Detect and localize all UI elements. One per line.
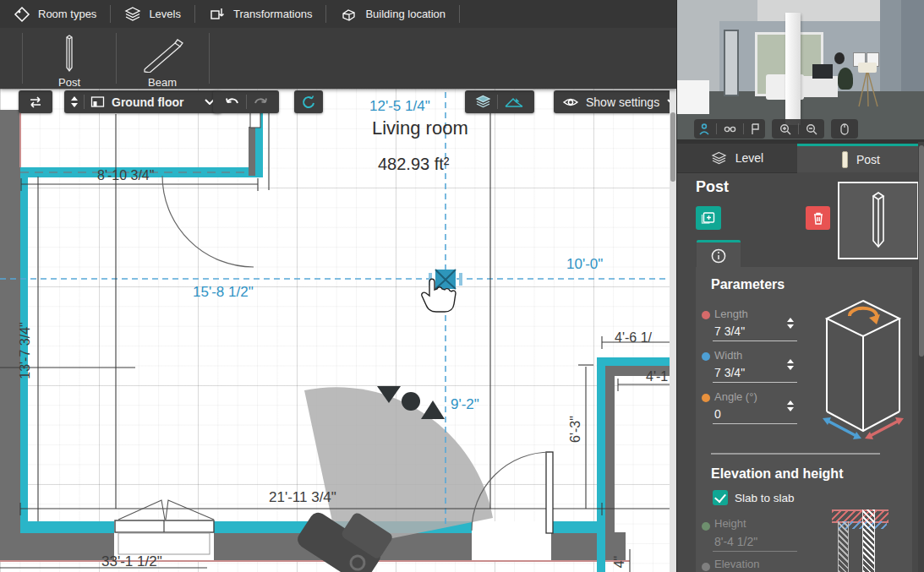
zoom-in-icon[interactable] <box>779 123 791 135</box>
post-3d <box>785 13 801 125</box>
tab-building-location[interactable]: Building location <box>326 0 459 28</box>
tool-label: Beam <box>148 76 177 89</box>
show-settings-button[interactable]: Show settings <box>554 90 676 113</box>
dim-label-top: 12'-5 1/4" <box>369 98 430 115</box>
desk <box>802 76 838 97</box>
3d-nav-group <box>694 119 765 139</box>
length-dot <box>702 311 710 319</box>
panel-tab-level[interactable]: Level <box>677 144 797 173</box>
plant <box>838 68 853 90</box>
person-view-icon[interactable] <box>699 123 709 135</box>
building-icon <box>340 6 358 23</box>
divider <box>84 95 85 109</box>
tool-beam[interactable]: Beam <box>116 28 209 94</box>
floor-selector-label: Ground floor <box>112 95 184 109</box>
elevation-label: Elevation <box>714 558 759 570</box>
floor-icon <box>90 95 105 108</box>
canvas-scrollbar-track[interactable] <box>670 89 676 572</box>
height-value: 8'-4 1/2" <box>714 535 757 548</box>
monitor <box>812 64 833 79</box>
tab-transformations[interactable]: Transformations <box>195 0 325 28</box>
post-dimensions-illustration <box>821 297 905 443</box>
walkthrough-icon[interactable] <box>751 123 760 135</box>
redo-button[interactable] <box>253 96 268 108</box>
info-tab[interactable] <box>697 240 741 270</box>
3d-preview-viewport[interactable] <box>677 0 924 139</box>
right-panel: Level Post Post Parameters Length 7 3/4" <box>676 0 924 572</box>
length-underline <box>713 340 797 341</box>
dim-post-right: 9'-2" <box>451 396 479 413</box>
panel-scrollbar-thumb[interactable] <box>919 145 924 357</box>
transform-icon <box>209 6 226 23</box>
width-value[interactable]: 7 3/4" <box>714 366 745 379</box>
dim-top-wall: 8'-10 3/4" <box>97 168 154 183</box>
plan-canvas[interactable]: 12'-5 1/4" Living room 482.93 ft² 8'-10 … <box>0 89 676 572</box>
dim-right-bottom: 4" <box>612 556 627 569</box>
tab-label: Room types <box>38 8 96 20</box>
angle-label: Angle (°) <box>714 390 757 403</box>
swap-tool-button[interactable] <box>19 90 52 113</box>
angle-stepper[interactable] <box>787 400 794 411</box>
length-stepper[interactable] <box>787 318 794 329</box>
width-stepper[interactable] <box>787 359 794 370</box>
tab-label: Building location <box>365 8 446 20</box>
dim-door-right: 6'-3" <box>568 416 583 443</box>
canvas-scrollbar-thumb[interactable] <box>670 112 675 182</box>
duplicate-post-button[interactable] <box>696 206 721 230</box>
dim-horiz-right: 10'-0" <box>566 256 603 273</box>
length-axis-arrow <box>865 417 904 439</box>
panel-tab-post[interactable]: Post <box>797 144 924 172</box>
delete-post-button[interactable] <box>806 206 830 230</box>
plan-drawing-layer <box>0 89 676 572</box>
snap-button[interactable] <box>294 90 323 113</box>
panel-tab-label: Level <box>735 151 763 165</box>
top-menu-bar: Room types Levels Transformations Buildi… <box>0 0 676 28</box>
menu-divider <box>459 5 460 23</box>
undo-button[interactable] <box>225 96 240 108</box>
tab-label: Transformations <box>233 8 312 20</box>
side-table <box>677 80 709 114</box>
tool-label: Post <box>58 76 80 89</box>
slab-to-slab-label: Slab to slab <box>735 492 795 504</box>
swap-icon <box>28 95 43 109</box>
mouse-icon[interactable] <box>840 123 849 135</box>
slab-to-slab-checkbox[interactable] <box>713 490 728 505</box>
tag-icon <box>14 6 30 23</box>
floor-stepper[interactable] <box>71 96 78 107</box>
panel-scrollbar-track[interactable] <box>918 142 924 572</box>
dim-right-mid: 4'-1 <box>646 369 668 384</box>
tool-palette: Post Beam <box>0 28 676 89</box>
zoom-out-icon[interactable] <box>806 123 817 135</box>
angle-value[interactable]: 0 <box>714 407 721 421</box>
roof-toggle-icon[interactable] <box>504 95 524 109</box>
floor-selector[interactable]: Ground floor <box>64 90 221 113</box>
floor-plan-app: Room types Levels Transformations Buildi… <box>0 0 924 572</box>
trash-icon <box>812 211 824 225</box>
divider <box>497 95 498 109</box>
divider <box>246 95 247 109</box>
orbit-view-icon[interactable] <box>724 125 736 133</box>
beam-icon <box>140 34 184 76</box>
eye-icon <box>562 96 579 108</box>
room-area: 482.93 ft² <box>378 155 450 174</box>
width-underline <box>713 382 797 383</box>
tab-levels[interactable]: Levels <box>111 0 194 28</box>
wall-section-column <box>838 521 849 572</box>
post-preview-thumbnail[interactable] <box>838 182 919 259</box>
elevation-section-title: Elevation and height <box>711 466 843 482</box>
door-leaf-top[interactable] <box>249 127 255 176</box>
length-value[interactable]: 7 3/4" <box>714 324 745 338</box>
door-swing-top <box>162 176 254 267</box>
dim-left-wall: 13'-7 3/4" <box>18 322 33 379</box>
3d-mouse-group <box>831 119 858 139</box>
height-underline <box>713 551 797 552</box>
height-label: Height <box>714 517 746 530</box>
3d-zoom-group <box>772 119 824 139</box>
show-settings-label: Show settings <box>586 95 659 109</box>
dim-right-top: 4'-6 1/ <box>615 330 652 346</box>
tool-post[interactable]: Post <box>23 28 116 94</box>
tab-room-types[interactable]: Room types <box>0 0 110 28</box>
door-leaf-bottom[interactable] <box>546 452 553 533</box>
elevation-dot <box>702 563 710 571</box>
layers-toggle-icon[interactable] <box>475 95 491 109</box>
